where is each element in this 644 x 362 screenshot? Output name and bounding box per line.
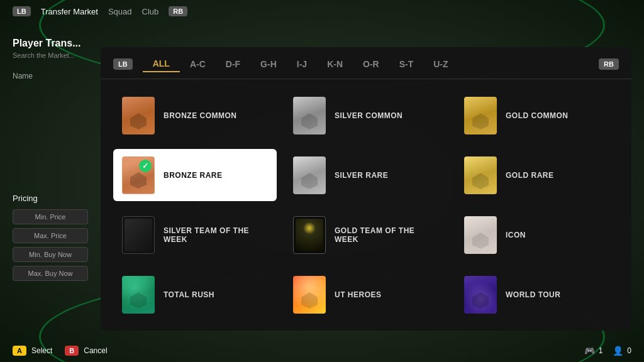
left-panel: Player Trans... Search the Market... Nam… [13, 38, 107, 285]
card-gold-common[interactable]: GOLD COMMON [455, 89, 619, 141]
max-price-button[interactable]: Max. Price [13, 228, 88, 243]
rb-button[interactable]: RB [169, 6, 187, 16]
tab-kn[interactable]: K-N [317, 57, 353, 72]
svg-marker-6 [472, 233, 489, 249]
world-tour-thumb [464, 276, 497, 314]
silver-common-label: SILVER COMMON [335, 111, 402, 120]
select-label: Select [31, 346, 52, 355]
tab-st[interactable]: S-T [389, 57, 424, 72]
tab-all[interactable]: ALL [143, 56, 180, 72]
tab-bar: LB ALL A-C D-F G-H I-J K-N O-R S-T U-Z R… [101, 47, 631, 79]
card-gold-totw[interactable]: GOLD TEAM OF THE WEEK [284, 209, 448, 261]
card-grid: BRONZE COMMON SILVER COMMON GOLD COMMON [101, 79, 631, 331]
card-world-tour[interactable]: WORLD TOUR [455, 268, 619, 321]
tab-ac[interactable]: A-C [180, 57, 216, 72]
bronze-common-label: BRONZE COMMON [164, 111, 237, 120]
svg-marker-8 [301, 292, 318, 309]
panel-title: Player Trans... [13, 38, 107, 49]
controller-counter: 🎮 1 [584, 346, 603, 356]
bronze-rare-label: BRONZE RARE [164, 171, 223, 180]
svg-marker-0 [130, 113, 147, 129]
min-buy-now-button[interactable]: Min. Buy Now [13, 247, 88, 262]
bottom-right: 🎮 1 👤 0 [584, 346, 631, 356]
nav-squad[interactable]: Squad [108, 7, 132, 16]
tab-ij[interactable]: I-J [287, 57, 317, 72]
tab-uz[interactable]: U-Z [423, 57, 458, 72]
ut-heroes-thumb [293, 276, 326, 314]
select-action: A Select [13, 346, 52, 356]
card-silver-rare[interactable]: SILVER RARE [284, 149, 448, 201]
silver-rare-thumb [293, 156, 326, 194]
gold-common-label: GOLD COMMON [506, 111, 569, 120]
cancel-action: B Cancel [65, 346, 107, 356]
controller-icon: 🎮 [584, 346, 595, 356]
tab-lb-button[interactable]: LB [113, 58, 133, 70]
card-gold-rare[interactable]: GOLD RARE [455, 149, 619, 201]
gold-common-thumb [464, 97, 497, 134]
card-silver-common[interactable]: SILVER COMMON [284, 89, 448, 141]
lb-button[interactable]: LB [13, 6, 31, 16]
min-price-button[interactable]: Min. Price [13, 209, 88, 224]
svg-marker-5 [472, 173, 489, 189]
nav-transfer-market[interactable]: Transfer Market [41, 7, 98, 16]
silver-common-thumb [293, 97, 326, 134]
tab-df[interactable]: D-F [216, 57, 250, 72]
svg-marker-4 [301, 173, 318, 189]
bottom-bar: A Select B Cancel 🎮 1 👤 0 [0, 346, 644, 356]
card-bronze-common[interactable]: BRONZE COMMON [113, 89, 277, 141]
tab-rb-button[interactable]: RB [599, 58, 619, 70]
svg-marker-7 [130, 292, 147, 309]
card-bronze-rare[interactable]: ✓ BRONZE RARE [113, 149, 277, 201]
svg-marker-2 [472, 113, 489, 129]
people-icon: 👤 [613, 346, 623, 356]
b-button-badge[interactable]: B [65, 346, 79, 356]
controller-count: 1 [599, 346, 603, 355]
nav-club[interactable]: Club [142, 7, 159, 16]
top-nav: LB Transfer Market Squad Club RB [0, 6, 644, 16]
people-count: 0 [627, 346, 631, 355]
a-button-badge[interactable]: A [13, 346, 26, 356]
silver-totw-label: SILVER TEAM OF THE WEEK [164, 226, 268, 244]
icon-label: ICON [506, 231, 526, 239]
col-header: Name [13, 72, 107, 80]
card-silver-totw[interactable]: SILVER TEAM OF THE WEEK [113, 209, 277, 261]
max-buy-now-button[interactable]: Max. Buy Now [13, 266, 88, 281]
pricing-title: Pricing [13, 194, 107, 203]
tab-or[interactable]: O-R [353, 57, 389, 72]
gold-rare-label: GOLD RARE [506, 171, 554, 180]
panel-subtitle: Search the Market... [13, 52, 107, 59]
world-tour-label: WORLD TOUR [506, 290, 560, 299]
tab-gh[interactable]: G-H [250, 57, 287, 72]
ut-heroes-label: UT HEROES [335, 290, 382, 299]
card-type-modal: LB ALL A-C D-F G-H I-J K-N O-R S-T U-Z R… [101, 47, 631, 331]
svg-marker-1 [301, 113, 318, 129]
silver-rare-label: SILVER RARE [335, 171, 388, 180]
card-total-rush[interactable]: TOTAL RUSH [113, 268, 277, 321]
svg-marker-9 [472, 292, 489, 309]
bronze-rare-thumb: ✓ [122, 156, 155, 194]
total-rush-label: TOTAL RUSH [164, 290, 214, 299]
cancel-label: Cancel [84, 346, 107, 355]
gold-totw-thumb [293, 216, 326, 254]
pricing-section: Pricing Min. Price Max. Price Min. Buy N… [13, 194, 107, 281]
bronze-common-thumb [122, 97, 155, 134]
gold-totw-label: GOLD TEAM OF THE WEEK [335, 226, 439, 244]
card-ut-heroes[interactable]: UT HEROES [284, 268, 448, 321]
total-rush-thumb [122, 276, 155, 314]
selected-checkmark: ✓ [139, 160, 152, 172]
card-icon[interactable]: ICON [455, 209, 619, 261]
svg-marker-3 [130, 172, 147, 189]
icon-thumb [464, 216, 497, 254]
people-counter: 👤 0 [613, 346, 631, 356]
gold-rare-thumb [464, 156, 497, 194]
silver-totw-thumb [122, 216, 155, 254]
